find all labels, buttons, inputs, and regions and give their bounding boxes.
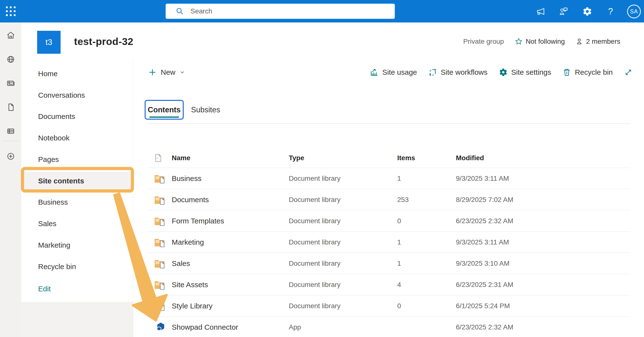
site-title: test-prod-32 bbox=[74, 22, 134, 60]
chevron-down-icon bbox=[180, 70, 185, 75]
sidebar-item-sales[interactable]: Sales bbox=[21, 213, 133, 234]
row-modified: 9/3/2025 3:10 AM bbox=[456, 260, 630, 267]
avatar[interactable]: SA bbox=[627, 5, 641, 18]
row-name[interactable]: Form Templates bbox=[172, 217, 289, 225]
col-header-type[interactable]: Type bbox=[289, 154, 397, 162]
tab-subsites[interactable]: Subsites bbox=[191, 100, 220, 120]
row-modified: 6/23/2025 2:32 AM bbox=[456, 323, 630, 331]
help-button[interactable]: ? bbox=[604, 4, 618, 18]
site-settings-button[interactable]: Site settings bbox=[499, 68, 551, 77]
add-icon[interactable] bbox=[6, 152, 15, 161]
recycle-bin-label: Recycle bin bbox=[575, 68, 613, 76]
table-row-style-library[interactable]: Style Library Document library 0 6/1/202… bbox=[148, 296, 630, 317]
follow-button[interactable]: Not following bbox=[515, 38, 565, 45]
row-name[interactable]: Site Assets bbox=[172, 281, 289, 289]
table-row-form-templates[interactable]: Form Templates Document library 0 6/23/2… bbox=[148, 211, 630, 232]
row-type: Document library bbox=[289, 217, 397, 225]
row-items: 1 bbox=[397, 260, 456, 267]
news-icon[interactable] bbox=[6, 79, 15, 88]
diagonal-resize-icon bbox=[624, 68, 633, 77]
feedback-button[interactable] bbox=[556, 4, 571, 18]
search-input[interactable] bbox=[190, 7, 395, 15]
row-items: 0 bbox=[397, 217, 456, 225]
table-row-documents[interactable]: Documents Document library 253 8/29/2025… bbox=[148, 189, 630, 211]
home-icon[interactable] bbox=[6, 31, 15, 39]
row-items: 1 bbox=[397, 175, 456, 182]
recycle-bin-button[interactable]: Recycle bin bbox=[562, 68, 613, 77]
sidebar-item-conversations[interactable]: Conversations bbox=[21, 84, 133, 106]
table-row-sales[interactable]: Sales Document library 1 9/3/2025 3:10 A… bbox=[148, 253, 630, 274]
file-icon[interactable] bbox=[6, 103, 15, 112]
row-name[interactable]: Business bbox=[172, 174, 289, 183]
table-row-marketing[interactable]: Marketing Document library 1 9/3/2025 3:… bbox=[148, 232, 630, 253]
row-items: 4 bbox=[397, 281, 456, 289]
nav-footer-area bbox=[21, 302, 133, 337]
sidebar-item-recycle-bin[interactable]: Recycle bin bbox=[21, 256, 133, 277]
settings-button[interactable] bbox=[580, 4, 594, 18]
row-modified: 9/3/2025 3:11 AM bbox=[456, 175, 630, 182]
sidebar-item-notebook[interactable]: Notebook bbox=[21, 127, 133, 149]
command-bar-actions: Site usage Site workflows Site settings … bbox=[370, 66, 633, 79]
row-modified: 9/3/2025 3:11 AM bbox=[456, 238, 630, 246]
col-header-name[interactable]: Name bbox=[172, 154, 289, 162]
members-button[interactable]: 2 members bbox=[576, 38, 620, 45]
table-icon[interactable] bbox=[6, 127, 15, 136]
sidebar-item-home[interactable]: Home bbox=[21, 63, 133, 84]
row-type: Document library bbox=[289, 281, 397, 289]
search-icon bbox=[176, 7, 184, 16]
tab-contents[interactable]: Contents bbox=[145, 100, 184, 120]
site-contents-table: Name Type Items Modified Business Docume… bbox=[148, 148, 630, 337]
document-icon bbox=[148, 154, 172, 162]
suite-bar: ? SA bbox=[0, 0, 644, 22]
site-logo[interactable]: t3 bbox=[37, 31, 60, 54]
row-name[interactable]: Documents bbox=[172, 196, 289, 204]
row-name[interactable]: Showpad Connector bbox=[172, 323, 289, 332]
tabs-divider bbox=[148, 123, 630, 124]
site-workflows-button[interactable]: Site workflows bbox=[428, 68, 488, 77]
row-modified: 6/1/2025 5:24 PM bbox=[456, 302, 630, 310]
row-type: Document library bbox=[289, 175, 397, 182]
site-usage-button[interactable]: Site usage bbox=[370, 68, 417, 77]
row-type: App bbox=[289, 323, 397, 331]
document-library-icon bbox=[148, 216, 172, 226]
row-modified: 8/29/2025 7:02 AM bbox=[456, 196, 630, 204]
app-icon bbox=[148, 322, 172, 333]
row-type: Document library bbox=[289, 260, 397, 267]
app-rail bbox=[0, 22, 21, 337]
row-type: Document library bbox=[289, 238, 397, 246]
row-modified: 6/23/2025 2:31 AM bbox=[456, 281, 630, 289]
table-row-showpad-connector[interactable]: Showpad Connector App 6/23/2025 2:32 AM bbox=[148, 317, 630, 337]
trash-icon bbox=[562, 68, 571, 77]
rail-divider bbox=[2, 141, 19, 141]
sidebar-item-pages[interactable]: Pages bbox=[21, 149, 133, 170]
sidebar-item-marketing[interactable]: Marketing bbox=[21, 234, 133, 256]
new-button[interactable]: New bbox=[148, 66, 185, 79]
row-modified: 6/23/2025 2:32 AM bbox=[456, 217, 630, 225]
col-header-items[interactable]: Items bbox=[397, 154, 456, 162]
search-box[interactable] bbox=[166, 4, 395, 19]
announcements-button[interactable] bbox=[534, 4, 548, 18]
privacy-label: Private group bbox=[463, 38, 504, 45]
help-icon: ? bbox=[608, 6, 613, 16]
megaphone-icon bbox=[536, 6, 546, 16]
table-row-business[interactable]: Business Document library 1 9/3/2025 3:1… bbox=[148, 168, 630, 189]
nav-edit-link[interactable]: Edit bbox=[21, 282, 133, 296]
globe-icon[interactable] bbox=[6, 55, 15, 64]
sync-arrows-icon bbox=[428, 68, 437, 77]
document-library-icon bbox=[148, 280, 172, 290]
sidebar-item-site-contents[interactable]: Site contents bbox=[21, 170, 133, 192]
new-label: New bbox=[161, 68, 176, 76]
row-items: 0 bbox=[397, 302, 456, 310]
col-header-modified[interactable]: Modified bbox=[456, 154, 630, 162]
table-row-site-assets[interactable]: Site Assets Document library 4 6/23/2025… bbox=[148, 274, 630, 296]
expand-button[interactable] bbox=[624, 68, 633, 77]
row-name[interactable]: Style Library bbox=[172, 302, 289, 310]
document-library-icon bbox=[148, 301, 172, 311]
plus-icon bbox=[148, 68, 156, 76]
row-name[interactable]: Sales bbox=[172, 259, 289, 268]
sidebar-item-documents[interactable]: Documents bbox=[21, 106, 133, 127]
row-name[interactable]: Marketing bbox=[172, 238, 289, 246]
row-items: 1 bbox=[397, 238, 456, 246]
sidebar-item-business[interactable]: Business bbox=[21, 191, 133, 213]
app-launcher-icon[interactable] bbox=[5, 5, 16, 17]
